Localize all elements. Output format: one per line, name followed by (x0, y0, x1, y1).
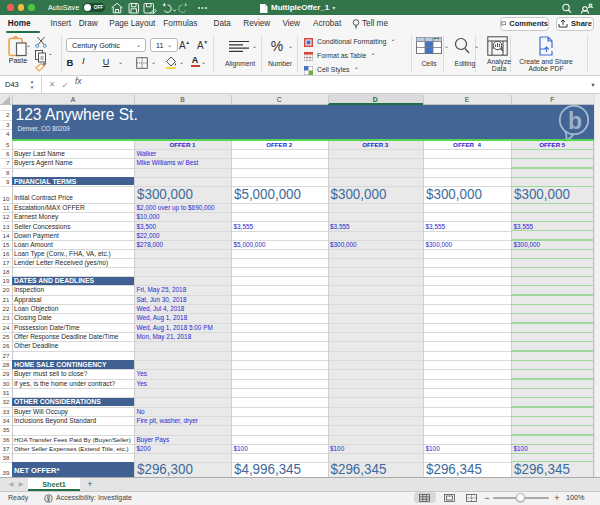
svg-text:b: b (568, 108, 582, 134)
